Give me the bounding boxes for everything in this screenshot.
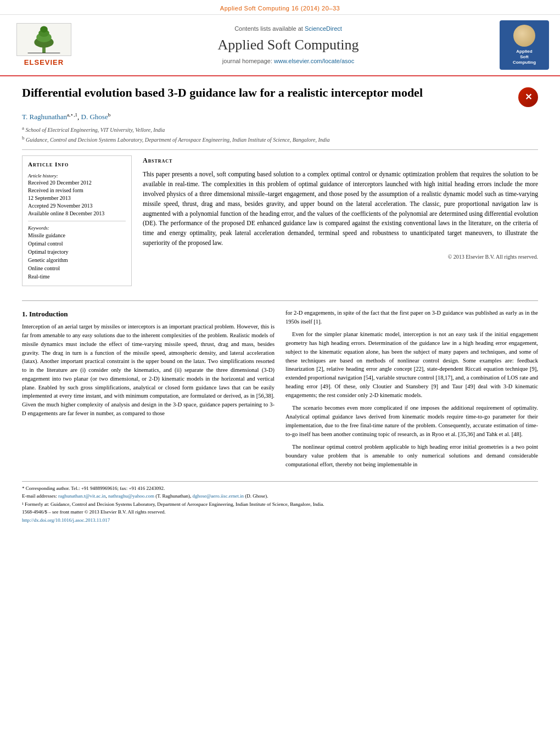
body-para-3: Even for the simpler planar kinematic mo… bbox=[285, 330, 538, 399]
elsevier-logo: ELSEVIER bbox=[11, 23, 77, 68]
section-divider bbox=[22, 300, 538, 301]
keyword-3: Optimal trajectory bbox=[28, 248, 126, 256]
elsevier-wordmark: ELSEVIER bbox=[24, 58, 64, 68]
abstract-title: Abstract bbox=[143, 155, 538, 165]
footnote-emails: E-mail addresses: raghunathan.t@vit.ac.i… bbox=[22, 493, 538, 500]
revised-date: 12 September 2013 bbox=[28, 194, 126, 202]
journal-header-center: Contents lists available at ScienceDirec… bbox=[82, 25, 494, 66]
author-a: T. Raghunathan bbox=[22, 113, 67, 121]
sciencedirect-link[interactable]: ScienceDirect bbox=[305, 25, 342, 32]
footnote-corresponding: * Corresponding author. Tel.: +91 948899… bbox=[22, 485, 538, 492]
elsevier-tree-graphic bbox=[16, 23, 71, 56]
homepage-line: journal homepage: www.elsevier.com/locat… bbox=[82, 57, 494, 65]
abstract-col: Abstract This paper presents a novel, so… bbox=[143, 155, 538, 293]
body-para-5: The nonlinear optimal control problem ap… bbox=[285, 443, 538, 468]
journal-ref-text: Applied Soft Computing 16 (2014) 20–33 bbox=[220, 5, 340, 12]
logo-circle-graphic bbox=[513, 25, 535, 47]
article-info-col: Article Info Article history: Received 2… bbox=[22, 155, 132, 293]
received-date: Received 20 December 2012 bbox=[28, 179, 126, 187]
authors-line: T. Raghunathana,⋆,1, D. Ghoseb bbox=[22, 111, 538, 122]
footnote-1: ¹ Formerly at: Guidance, Control and Dec… bbox=[22, 501, 538, 508]
article-info-abstract-section: Article Info Article history: Received 2… bbox=[22, 149, 538, 293]
svg-point-4 bbox=[40, 26, 48, 32]
footnotes-area: * Corresponding author. Tel.: +91 948899… bbox=[22, 481, 538, 524]
email-link-1[interactable]: raghunathan.t@vit.ac.in bbox=[58, 493, 106, 499]
available-online-date: Available online 8 December 2013 bbox=[28, 210, 126, 217]
keyword-2: Optimal control bbox=[28, 240, 126, 248]
journal-title: Applied Soft Computing bbox=[82, 35, 494, 55]
section1-number: 1. bbox=[22, 310, 27, 318]
footnote-doi: http://dx.doi.org/10.1016/j.asoc.2013.11… bbox=[22, 517, 538, 524]
email-link-3[interactable]: dghose@aero.iisc.ernet.in bbox=[193, 493, 244, 499]
body-para-2: for 2-D engagements, in spite of the fac… bbox=[285, 309, 538, 326]
body-para-1: Interception of an aerial target by miss… bbox=[22, 322, 275, 417]
accepted-date: Accepted 29 November 2013 bbox=[28, 202, 126, 210]
email-link-2[interactable]: nathraghu@yahoo.com bbox=[108, 493, 154, 499]
journal-ref-bar: Applied Soft Computing 16 (2014) 20–33 bbox=[0, 0, 560, 15]
keyword-4: Genetic algorithm bbox=[28, 256, 126, 264]
affiliations: a School of Electrical Engineering, VIT … bbox=[22, 125, 538, 144]
revised-label: Received in revised form bbox=[28, 187, 126, 194]
keyword-1: Missile guidance bbox=[28, 232, 126, 239]
body-left-col: 1. Introduction Interception of an aeria… bbox=[22, 309, 275, 473]
body-right-col: for 2-D engagements, in spite of the fac… bbox=[285, 309, 538, 473]
copyright-line: © 2013 Elsevier B.V. All rights reserved… bbox=[143, 253, 538, 261]
journal-logo-box: Applied Soft Computing bbox=[500, 20, 549, 70]
logo-text: Applied Soft Computing bbox=[513, 49, 536, 66]
keywords-label: Keywords: bbox=[28, 225, 126, 232]
abstract-section: Abstract This paper presents a novel, so… bbox=[143, 155, 538, 261]
section1-heading: 1. Introduction bbox=[22, 309, 275, 320]
keyword-6: Real-time bbox=[28, 273, 126, 281]
article-info-title: Article Info bbox=[28, 160, 126, 169]
email-label: E-mail addresses: bbox=[22, 493, 57, 499]
journal-header: ELSEVIER Contents lists available at Sci… bbox=[0, 15, 560, 76]
info-divider bbox=[28, 221, 126, 221]
affil-b: b Guidance, Control and Decision Systems… bbox=[22, 135, 538, 144]
article-title: Differential evolution based 3-D guidanc… bbox=[22, 85, 513, 101]
body-para-4: The scenario becomes even more complicat… bbox=[285, 404, 538, 438]
keyword-5: Online control bbox=[28, 265, 126, 272]
author-b: D. Ghose bbox=[81, 113, 108, 121]
article-history-label: Article history: bbox=[28, 172, 126, 180]
body-columns: 1. Introduction Interception of an aeria… bbox=[22, 309, 538, 473]
section1-title: Introduction bbox=[29, 310, 68, 318]
abstract-text: This paper presents a novel, soft comput… bbox=[143, 170, 538, 248]
crossmark-badge: ✕ bbox=[518, 87, 538, 107]
doi-link[interactable]: http://dx.doi.org/10.1016/j.asoc.2013.11… bbox=[22, 517, 110, 523]
homepage-link[interactable]: www.elsevier.com/locate/asoc bbox=[274, 58, 354, 64]
affil-a: a School of Electrical Engineering, VIT … bbox=[22, 125, 538, 134]
article-title-section: Differential evolution based 3-D guidanc… bbox=[22, 85, 538, 107]
article-info-box: Article Info Article history: Received 2… bbox=[22, 155, 132, 286]
sciencedirect-line: Contents lists available at ScienceDirec… bbox=[82, 25, 494, 33]
article-content: Differential evolution based 3-D guidanc… bbox=[0, 76, 560, 533]
footnote-issn: 1568-4946/$ – see front matter © 2013 El… bbox=[22, 509, 538, 516]
